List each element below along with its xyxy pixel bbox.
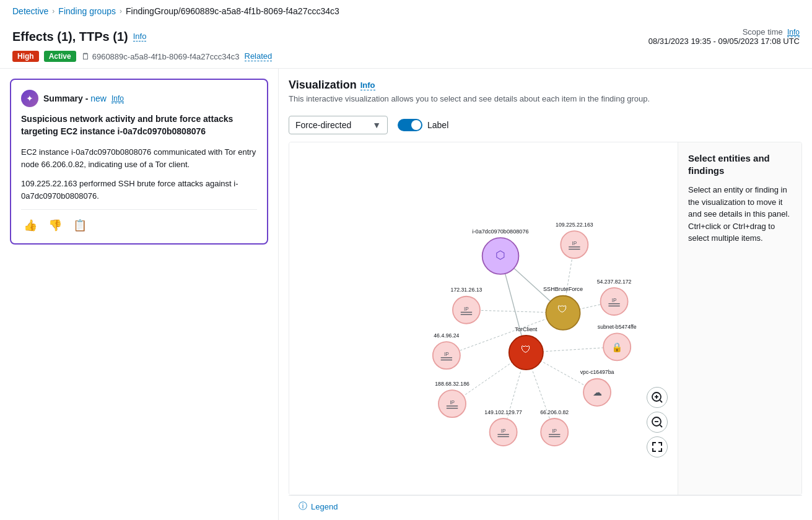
svg-text:🔒: 🔒: [611, 342, 623, 353]
toggle-knob: [411, 120, 421, 130]
summary-actions: 👍 👎 📋: [21, 217, 257, 233]
label-toggle-container: Label: [398, 119, 448, 131]
page-header: Effects (1), TTPs (1) Info Scope time In…: [0, 22, 812, 69]
svg-text:172.31.26.13: 172.31.26.13: [451, 287, 482, 293]
svg-text:66.206.0.82: 66.206.0.82: [540, 409, 569, 415]
node-ip-172[interactable]: IP 172.31.26.13: [451, 287, 482, 323]
node-ip-54[interactable]: IP 54.237.82.172: [597, 279, 632, 315]
finding-id-icon: 🗒: [81, 51, 90, 61]
dropdown-value: Force-directed: [295, 120, 351, 130]
viz-canvas: ⬡ i-0a7dc0970b0808076 🛡 SSHBruteForce 🛡 …: [289, 142, 802, 495]
svg-text:SSHBruteForce: SSHBruteForce: [543, 286, 583, 292]
node-ec2[interactable]: ⬡ i-0a7dc0970b0808076: [472, 228, 528, 274]
summary-card: ✦ Summary - new Info Suspicious network …: [10, 79, 268, 245]
thumbdown-button[interactable]: 👎: [46, 217, 64, 233]
svg-text:☁: ☁: [593, 388, 602, 397]
svg-rect-58: [652, 442, 653, 446]
viz-desc: This interactive visualization allows yo…: [289, 94, 802, 103]
summary-paragraph-1: EC2 instance i-0a7dc0970b0808076 communi…: [21, 146, 257, 170]
zoom-in-icon: [651, 391, 663, 404]
zoom-in-button[interactable]: [647, 387, 668, 408]
fit-view-icon: [651, 441, 663, 453]
viz-sidebar: Select entities and findings Select an e…: [678, 142, 801, 495]
viz-graph[interactable]: ⬡ i-0a7dc0970b0808076 🛡 SSHBruteForce 🛡 …: [289, 142, 678, 495]
fit-view-button[interactable]: [647, 436, 668, 457]
breadcrumb-finding-groups[interactable]: Finding groups: [58, 6, 116, 16]
svg-rect-60: [661, 442, 662, 446]
node-torclient[interactable]: 🛡 TorClient: [509, 326, 543, 370]
scope-time-label: Scope time: [743, 27, 783, 37]
svg-text:🛡: 🛡: [521, 344, 531, 355]
finding-id-text: 6960889c-a5a8-4f1b-8069-f4a27ccc34c3: [92, 52, 240, 61]
thumbup-button[interactable]: 👍: [21, 217, 40, 233]
scope-time: Scope time Info 08/31/2023 19:35 - 09/05…: [648, 27, 800, 46]
finding-id-container: 🗒 6960889c-a5a8-4f1b-8069-f4a27ccc34c3: [81, 51, 240, 61]
left-panel: ✦ Summary - new Info Suspicious network …: [0, 69, 279, 520]
node-ip-66[interactable]: IP 66.206.0.82: [540, 409, 569, 446]
viz-controls: Force-directed ▼ Label: [289, 116, 802, 134]
summary-icon: ✦: [21, 90, 38, 107]
copy-button[interactable]: 📋: [71, 217, 89, 233]
badge-active: Active: [44, 51, 76, 62]
breadcrumb-current: FindingGroup/6960889c-a5a8-4f1b-8069-f4a…: [126, 6, 339, 16]
svg-rect-62: [652, 448, 653, 452]
breadcrumb-sep-2: ›: [120, 7, 122, 15]
svg-text:149.102.129.77: 149.102.129.77: [484, 409, 522, 415]
breadcrumb-detective[interactable]: Detective: [12, 6, 48, 16]
zoom-out-button[interactable]: [647, 412, 668, 433]
page-title: Effects (1), TTPs (1): [12, 30, 128, 44]
legend-label: Legend: [311, 502, 338, 511]
toggle-label: Label: [427, 120, 448, 130]
label-toggle[interactable]: [398, 119, 422, 131]
select-panel-desc: Select an entity or finding in the visua…: [688, 184, 792, 245]
svg-text:46.4.96.24: 46.4.96.24: [434, 332, 459, 339]
node-sshbrute[interactable]: 🛡 SSHBruteForce: [543, 286, 583, 329]
svg-text:vpc-c16497ba: vpc-c16497ba: [580, 369, 614, 375]
summary-paragraph-2: 109.225.22.163 performed SSH brute force…: [21, 178, 257, 202]
viz-header: Visualization Info This interactive visu…: [289, 79, 802, 103]
zoom-controls: [647, 387, 668, 457]
node-ip-188[interactable]: IP 188.68.32.186: [435, 381, 469, 417]
svg-text:subnet-b5474ffe: subnet-b5474ffe: [598, 324, 637, 330]
breadcrumb-sep-1: ›: [52, 7, 55, 15]
node-ip-149[interactable]: IP 149.102.129.77: [484, 409, 522, 446]
svg-text:i-0a7dc0970b0808076: i-0a7dc0970b0808076: [472, 228, 528, 235]
summary-divider: [21, 209, 257, 210]
summary-title: Summary - new: [43, 93, 107, 103]
svg-text:TorClient: TorClient: [515, 326, 538, 332]
breadcrumb: Detective › Finding groups › FindingGrou…: [0, 0, 812, 22]
scope-info-link[interactable]: Info: [787, 28, 800, 37]
badge-high: High: [12, 51, 39, 62]
svg-text:109.225.22.163: 109.225.22.163: [556, 222, 593, 228]
svg-text:IP: IP: [612, 298, 617, 303]
legend-icon: ⓘ: [299, 501, 307, 512]
scope-time-value: 08/31/2023 19:35 - 09/05/2023 17:08 UTC: [648, 37, 800, 46]
header-info-link[interactable]: Info: [133, 32, 147, 41]
viz-info-link[interactable]: Info: [360, 80, 375, 90]
summary-info-link[interactable]: Info: [111, 94, 124, 103]
svg-text:IP: IP: [464, 306, 469, 312]
node-vpc[interactable]: ☁ vpc-c16497ba: [580, 369, 614, 405]
svg-rect-64: [661, 448, 662, 452]
graph-svg: ⬡ i-0a7dc0970b0808076 🛡 SSHBruteForce 🛡 …: [289, 142, 678, 495]
viz-title: Visualization Info: [289, 79, 802, 92]
header-badges: High Active 🗒 6960889c-a5a8-4f1b-8069-f4…: [12, 51, 800, 62]
svg-text:188.68.32.186: 188.68.32.186: [435, 381, 469, 387]
node-subnet[interactable]: 🔒 subnet-b5474ffe: [598, 324, 637, 360]
layout-dropdown[interactable]: Force-directed ▼: [289, 116, 388, 134]
select-panel-title: Select entities and findings: [688, 152, 792, 176]
node-ip-46[interactable]: IP 46.4.96.24: [433, 332, 460, 369]
legend-bar[interactable]: ⓘ Legend: [289, 495, 802, 517]
summary-new-badge: new: [90, 93, 107, 103]
summary-header: ✦ Summary - new Info: [21, 90, 257, 107]
node-ip-109[interactable]: IP 109.225.22.163: [556, 222, 593, 258]
svg-text:⬡: ⬡: [495, 248, 505, 261]
svg-text:54.237.82.172: 54.237.82.172: [597, 279, 632, 285]
svg-text:IP: IP: [444, 352, 449, 357]
related-link[interactable]: Related: [245, 51, 273, 61]
svg-line-53: [660, 401, 663, 403]
right-panel: Visualization Info This interactive visu…: [279, 69, 812, 520]
svg-line-56: [660, 425, 663, 428]
zoom-out-icon: [651, 416, 663, 428]
svg-text:IP: IP: [552, 428, 557, 434]
